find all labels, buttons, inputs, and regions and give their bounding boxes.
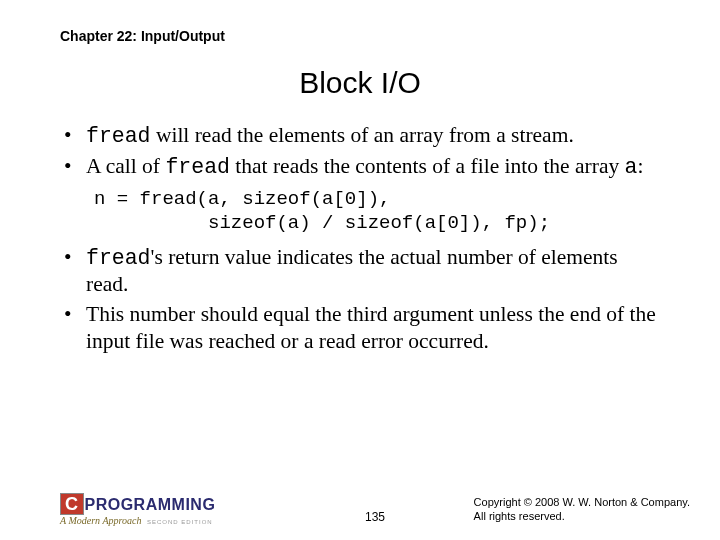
bullet-text: This number should equal the third argum… — [86, 302, 656, 352]
slide-title: Block I/O — [60, 66, 660, 100]
bullet-text: 's return value indicates the actual num… — [86, 245, 618, 296]
bullet-item: This number should equal the third argum… — [60, 301, 660, 353]
chapter-label: Chapter 22: Input/Output — [60, 28, 660, 44]
logo-edition: SECOND EDITION — [147, 519, 213, 525]
book-logo: C PROGRAMMING A Modern Approach SECOND E… — [60, 493, 215, 526]
bullet-text: : — [637, 154, 643, 178]
bullet-text: that reads the contents of a file into t… — [230, 154, 625, 178]
code-block: n = fread(a, sizeof(a[0]), sizeof(a) / s… — [94, 188, 660, 236]
copyright-line: Copyright © 2008 W. W. Norton & Company. — [474, 496, 690, 510]
copyright: Copyright © 2008 W. W. Norton & Company.… — [474, 496, 690, 524]
bullet-item: A call of fread that reads the contents … — [60, 153, 660, 180]
code-inline: a — [625, 155, 638, 179]
code-inline: fread — [165, 155, 230, 179]
bullet-list: fread's return value indicates the actua… — [60, 244, 660, 354]
code-inline: fread — [86, 246, 151, 270]
bullet-text: will read the elements of an array from … — [151, 123, 574, 147]
logo-top: C PROGRAMMING — [60, 493, 215, 515]
logo-programming-text: PROGRAMMING — [85, 497, 216, 513]
logo-sub-text: A Modern Approach — [60, 515, 141, 526]
bullet-text: A call of — [86, 154, 165, 178]
footer: C PROGRAMMING A Modern Approach SECOND E… — [60, 493, 690, 526]
logo-c-badge: C — [60, 493, 84, 515]
page-number: 135 — [365, 510, 385, 524]
logo-subtitle: A Modern Approach SECOND EDITION — [60, 516, 215, 526]
copyright-line: All rights reserved. — [474, 510, 690, 524]
bullet-list: fread will read the elements of an array… — [60, 122, 660, 180]
code-inline: fread — [86, 124, 151, 148]
bullet-item: fread will read the elements of an array… — [60, 122, 660, 149]
bullet-item: fread's return value indicates the actua… — [60, 244, 660, 297]
